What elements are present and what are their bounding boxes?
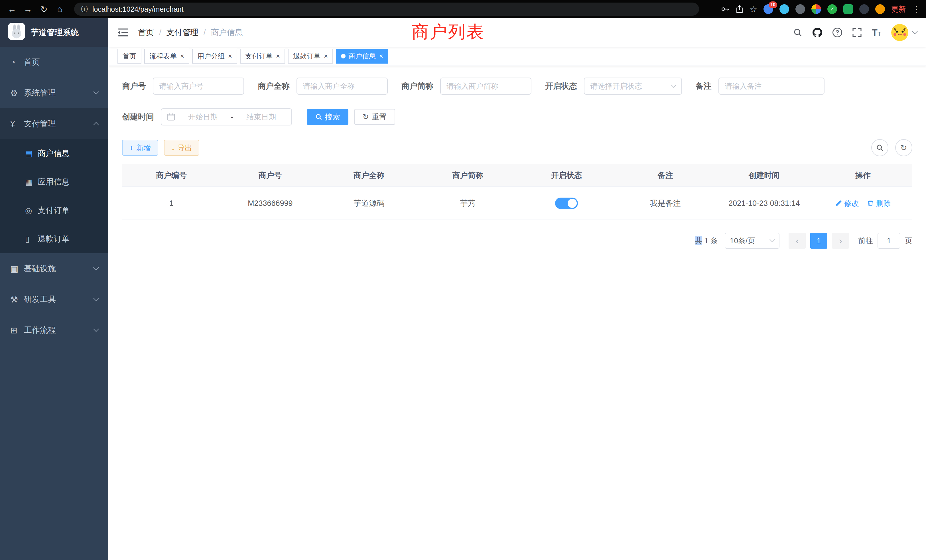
status-select[interactable]: 请选择开启状态: [584, 77, 682, 95]
tab-label: 商户信息: [348, 51, 376, 61]
browser-update-button[interactable]: 更新: [891, 4, 906, 14]
tab-home[interactable]: 首页: [118, 49, 141, 64]
reset-button[interactable]: ↻ 重置: [354, 109, 395, 125]
browser-actions: ☆ 10 ✓ 更新 ⋮: [721, 4, 920, 14]
extension-icon-orange[interactable]: [875, 4, 885, 14]
chevron-down-icon: [93, 89, 99, 95]
yen-icon: ¥: [10, 119, 24, 129]
sidebar-item-pay-order[interactable]: ◎ 支付订单: [0, 196, 108, 225]
sidebar-item-infra[interactable]: ▣ 基础设施: [0, 253, 108, 284]
sidebar-item-app-info[interactable]: ▦ 应用信息: [0, 168, 108, 196]
breadcrumb-payment[interactable]: 支付管理: [166, 27, 198, 38]
close-icon[interactable]: ×: [276, 53, 280, 60]
monitor-icon: ▣: [10, 264, 24, 274]
header-cell: 商户编号: [122, 164, 221, 187]
tab-label: 流程表单: [150, 51, 177, 61]
close-icon[interactable]: ×: [180, 53, 184, 60]
goto-page-input[interactable]: [878, 233, 900, 249]
github-icon[interactable]: [813, 28, 822, 37]
toggle-search-button[interactable]: [871, 139, 888, 156]
password-key-icon[interactable]: [721, 5, 729, 14]
extension-icon-colorful[interactable]: [811, 4, 821, 14]
tools-icon: ⚒: [10, 295, 24, 304]
export-button[interactable]: ↓ 导出: [164, 140, 200, 156]
tab-label: 支付订单: [245, 51, 272, 61]
next-page-button[interactable]: ›: [832, 233, 849, 249]
chevron-down-icon: [93, 295, 99, 301]
close-icon[interactable]: ×: [379, 53, 383, 60]
extension-icon-drop[interactable]: [779, 4, 789, 14]
sidebar-item-home[interactable]: ◔ 首页: [0, 47, 108, 77]
add-button[interactable]: + 新增: [122, 140, 158, 156]
annotation-merchant-list: 商户列表: [412, 21, 485, 44]
avatar[interactable]: [891, 24, 908, 41]
bookmark-star-icon[interactable]: ☆: [749, 4, 757, 14]
tab-label: 退款订单: [293, 51, 321, 61]
workflow-icon: ⊞: [10, 325, 24, 335]
short-name-label: 商户简称: [401, 81, 433, 92]
gear-icon: ⚙: [10, 88, 24, 98]
page: ← → ↻ ⌂ ⓘ localhost:1024/pay/merchant ☆ …: [0, 0, 926, 560]
table-toolbar: + 新增 ↓ 导出 ↻: [122, 139, 912, 156]
close-icon[interactable]: ×: [324, 53, 328, 60]
extension-icon-dark[interactable]: [859, 4, 869, 14]
remark-label: 备注: [696, 81, 712, 92]
sidebar-item-refund-order[interactable]: ▯ 退款订单: [0, 225, 108, 253]
breadcrumb-home[interactable]: 首页: [138, 27, 154, 38]
delete-link[interactable]: 删除: [867, 198, 891, 209]
start-date-placeholder[interactable]: 开始日期: [179, 112, 227, 122]
browser-back-icon[interactable]: ←: [6, 4, 18, 14]
font-size-icon[interactable]: TT: [872, 27, 881, 38]
tab-process-form[interactable]: 流程表单 ×: [144, 49, 189, 64]
browser-menu-icon[interactable]: ⋮: [912, 5, 920, 14]
sidebar-item-workflow[interactable]: ⊞ 工作流程: [0, 315, 108, 345]
page-size-select[interactable]: 10条/页: [725, 233, 779, 249]
extension-icon-green-square[interactable]: [843, 4, 853, 14]
fullscreen-icon[interactable]: [852, 28, 862, 37]
cell-short-name: 芋艿: [419, 187, 517, 220]
sidebar-item-payment[interactable]: ¥ 支付管理: [0, 108, 108, 139]
cell-remark: 我是备注: [616, 187, 715, 220]
tab-refund-order[interactable]: 退款订单 ×: [288, 49, 333, 64]
calendar-icon: [167, 113, 175, 121]
browser-home-icon[interactable]: ⌂: [54, 4, 66, 14]
sidebar-item-system[interactable]: ⚙ 系统管理: [0, 77, 108, 108]
search-button[interactable]: 搜索: [307, 109, 348, 125]
remark-input[interactable]: [719, 77, 825, 95]
page-size-value: 10条/页: [730, 236, 755, 246]
status-toggle[interactable]: [555, 198, 578, 209]
extension-icon-puzzle[interactable]: 10: [764, 4, 773, 14]
merchant-no-input[interactable]: [153, 77, 244, 95]
logo[interactable]: 芋道管理系统: [0, 18, 108, 47]
full-name-input[interactable]: [297, 77, 388, 95]
date-range-picker[interactable]: 开始日期 - 结束日期: [161, 108, 292, 126]
close-icon[interactable]: ×: [228, 53, 232, 60]
page-number-current[interactable]: 1: [810, 233, 828, 249]
extension-icon-check[interactable]: ✓: [828, 4, 837, 14]
extension-badge: 10: [769, 2, 777, 8]
tab-merchant-info[interactable]: 商户信息 ×: [336, 49, 388, 64]
header-cell: 开启状态: [517, 164, 616, 187]
refresh-table-button[interactable]: ↻: [895, 139, 912, 156]
sidebar-item-merchant-info[interactable]: ▤ 商户信息: [0, 139, 108, 168]
merchant-table: 商户编号 商户号 商户全称 商户简称 开启状态 备注 创建时间 操作 1 M23…: [122, 164, 912, 220]
user-menu[interactable]: [891, 24, 917, 41]
help-icon[interactable]: ?: [832, 28, 842, 37]
sidebar-item-devtools[interactable]: ⚒ 研发工具: [0, 284, 108, 315]
end-date-placeholder[interactable]: 结束日期: [237, 112, 286, 122]
table-header: 商户编号 商户号 商户全称 商户简称 开启状态 备注 创建时间 操作: [122, 164, 912, 187]
search-icon[interactable]: [793, 28, 802, 37]
edit-link[interactable]: 修改: [835, 198, 859, 209]
extension-icon-gray[interactable]: [796, 4, 805, 14]
prev-page-button[interactable]: ‹: [788, 233, 806, 249]
share-icon[interactable]: [736, 5, 743, 14]
browser-reload-icon[interactable]: ↻: [38, 4, 50, 14]
tab-user-group[interactable]: 用户分组 ×: [192, 49, 237, 64]
breadcrumb: 首页 / 支付管理 / 商户信息: [138, 27, 243, 38]
short-name-input[interactable]: [440, 77, 531, 95]
sidebar-toggle-icon[interactable]: [118, 28, 129, 37]
page-info-icon[interactable]: ⓘ: [81, 5, 88, 14]
address-bar[interactable]: ⓘ localhost:1024/pay/merchant: [74, 3, 699, 16]
browser-forward-icon[interactable]: →: [22, 4, 34, 14]
tab-pay-order[interactable]: 支付订单 ×: [240, 49, 285, 64]
